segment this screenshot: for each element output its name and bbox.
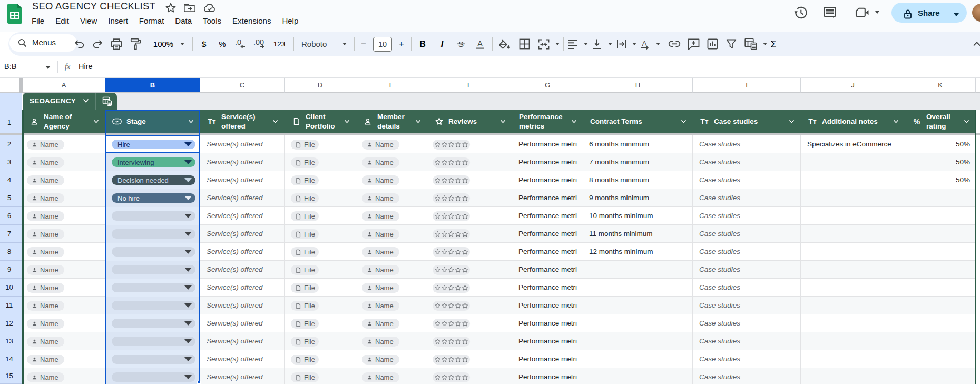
svg-text:fx: fx (65, 63, 71, 71)
svg-text:A: A (477, 39, 483, 48)
svg-text:.0: .0 (235, 39, 241, 46)
svg-text:A: A (642, 39, 646, 47)
